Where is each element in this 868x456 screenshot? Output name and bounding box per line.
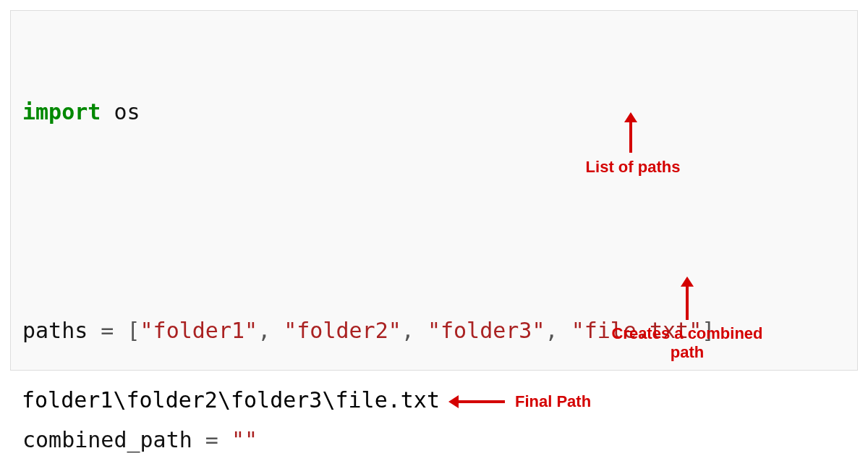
- var-combined: combined_path: [22, 427, 192, 452]
- svg-marker-1: [624, 112, 637, 122]
- arrow-left-icon: [448, 395, 505, 408]
- str-folder3: "folder3": [427, 318, 545, 343]
- code-line-blank-1: [22, 203, 846, 240]
- svg-marker-3: [681, 276, 694, 287]
- annotation-creates-combined: Creates a combined path: [608, 324, 767, 363]
- op-eq: =: [88, 318, 127, 343]
- str-folder1: "folder1": [140, 318, 258, 343]
- code-line-1: import os: [22, 94, 846, 130]
- module-os: os: [101, 99, 140, 124]
- str-empty: "": [231, 427, 258, 452]
- code-line-4: combined_path = "": [22, 422, 846, 456]
- str-folder2: "folder2": [284, 318, 401, 343]
- annotation-list-of-paths: List of paths: [579, 158, 687, 177]
- arrow-up-icon: [681, 276, 694, 320]
- arrow-up-icon: [624, 112, 637, 153]
- code-block: import os paths = ["folder1", "folder2",…: [10, 10, 858, 371]
- var-paths: paths: [22, 318, 88, 343]
- bracket-open: [: [127, 318, 140, 343]
- output-text: folder1\folder2\folder3\file.txt: [22, 387, 440, 413]
- keyword-import: import: [22, 99, 101, 124]
- svg-marker-5: [448, 395, 459, 408]
- annotation-final-path: Final Path: [515, 392, 591, 411]
